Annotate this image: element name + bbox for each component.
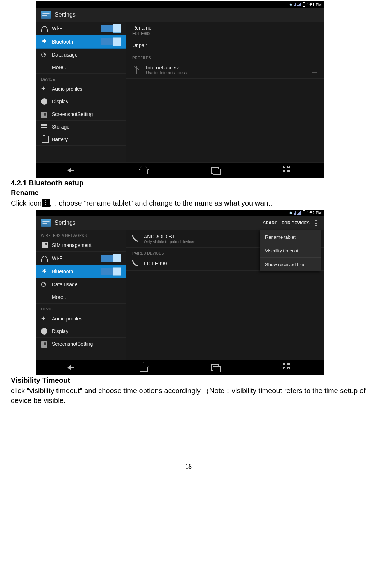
nav-bar — [36, 162, 324, 178]
status-bar-2: ✱ 1:52 PM — [36, 210, 324, 216]
phone-icon — [132, 235, 139, 242]
wifi-icon — [41, 255, 47, 261]
wifi-icon — [41, 25, 47, 32]
nav-screenshot-icon[interactable] — [283, 363, 292, 372]
display-icon — [41, 328, 47, 335]
sidebar-item-data-2[interactable]: Data usage — [36, 278, 126, 291]
context-unpair-row[interactable]: Unpair — [126, 39, 324, 52]
sidebar-item-display-2[interactable]: Display — [36, 325, 126, 338]
nav-bar-2 — [36, 360, 324, 375]
nav-recent-icon[interactable] — [211, 363, 221, 372]
display-label: Display — [52, 99, 68, 104]
rename-subheading: Rename — [11, 189, 366, 197]
battery-icon — [303, 3, 305, 7]
sidebar-item-storage[interactable]: Storage — [36, 121, 126, 133]
visibility-timeout-subheading: Visibility Timeout — [11, 376, 366, 385]
rename-label: Rename — [132, 25, 317, 31]
section-heading: 4.2.1 Bluetooth setup — [11, 179, 366, 187]
data-usage-icon — [41, 281, 47, 288]
sidebar-header-wireless: WIRELESS & NETWORKS — [36, 230, 126, 239]
blank-icon — [41, 294, 47, 300]
visibility-timeout-instruction: click "visibility timeout" and choose ti… — [11, 386, 366, 405]
nav-home-icon[interactable] — [139, 363, 149, 372]
bluetooth-label-2: Bluetooth — [52, 269, 73, 274]
sidebar-item-sim[interactable]: SIM management — [36, 239, 126, 252]
signal-bars-icon — [297, 211, 301, 215]
sidebar-item-audio-2[interactable]: Audio profiles — [36, 313, 126, 325]
storage-label: Storage — [52, 124, 69, 130]
sidebar-item-audio[interactable]: Audio profiles — [36, 83, 126, 95]
status-clock-2: 1:52 PM — [307, 211, 322, 215]
sidebar-item-bluetooth[interactable]: Bluetooth I — [36, 35, 126, 49]
nav-home-icon[interactable] — [139, 166, 149, 175]
bluetooth-device-context-panel: Rename FDT E999 Unpair PROFILES Internet… — [126, 22, 324, 162]
signal-bars-icon — [297, 3, 301, 6]
context-rename-row[interactable]: Rename FDT E999 — [126, 22, 324, 39]
nav-screenshot-icon[interactable] — [283, 166, 292, 175]
sidebar-item-more-2[interactable]: More... — [36, 291, 126, 304]
page-number: 18 — [11, 463, 366, 471]
overflow-menu-button[interactable] — [313, 220, 319, 226]
search-for-devices-button[interactable]: SEARCH FOR DEVICES — [263, 221, 310, 225]
sidebar-item-more[interactable]: More... — [36, 61, 126, 74]
sidebar-header-device-2: DEVICE — [36, 304, 126, 313]
bluetooth-profile-icon — [132, 66, 141, 74]
app-title-text: Settings — [55, 12, 76, 18]
popup-show-received[interactable]: Show received files — [260, 258, 321, 271]
battery-menu-icon — [42, 136, 49, 143]
sidebar-item-display[interactable]: Display — [36, 95, 126, 108]
nav-recent-icon[interactable] — [211, 166, 221, 175]
data-label-2: Data usage — [52, 282, 78, 287]
storage-icon — [41, 124, 47, 130]
wifi-toggle[interactable]: I — [101, 25, 121, 32]
wifi-label: Wi-Fi — [52, 26, 64, 31]
signal-tri-icon — [294, 3, 296, 6]
bluetooth-toggle[interactable]: I — [101, 38, 121, 45]
sidebar-item-wifi[interactable]: Wi-Fi I — [36, 22, 126, 35]
more-label: More... — [52, 64, 68, 70]
settings-sidebar: Wi-Fi I Bluetooth I Data usage More... D… — [36, 22, 126, 162]
sidebar-item-screenshot-2[interactable]: ScreenshotSetting — [36, 338, 126, 350]
battery-icon — [303, 211, 305, 215]
sidebar-item-wifi-2[interactable]: Wi-Fi I — [36, 252, 126, 265]
data-usage-label: Data usage — [52, 52, 78, 58]
sim-label: SIM management — [52, 242, 92, 248]
bluetooth-status-icon: ✱ — [289, 3, 292, 7]
sidebar-item-battery[interactable]: Battery — [36, 133, 126, 146]
unpair-label: Unpair — [132, 42, 147, 48]
profile-internet-access[interactable]: Internet access Use for Internet access — [126, 61, 324, 79]
wifi-toggle-2[interactable]: I — [101, 255, 121, 262]
popup-rename-tablet[interactable]: Rename tablet — [260, 230, 321, 244]
rename-sub: FDT E999 — [132, 31, 317, 36]
camera-icon — [41, 341, 47, 348]
app-title-bar: Settings — [36, 8, 324, 22]
bluetooth-toggle-2[interactable]: I — [101, 268, 121, 275]
nav-back-icon[interactable] — [67, 363, 77, 372]
settings-app-icon — [41, 219, 51, 227]
screenshot-bluetooth-context-menu: ✱ 1:51 PM Settings Wi-Fi I Bluetooth I — [36, 1, 324, 178]
battery-label: Battery — [52, 136, 68, 142]
internet-access-sub: Use for Internet access — [146, 71, 187, 75]
signal-tri-icon — [294, 211, 296, 215]
audio-icon — [41, 315, 47, 322]
sim-icon — [42, 242, 48, 248]
sidebar-item-data-usage[interactable]: Data usage — [36, 49, 126, 61]
data-usage-icon — [41, 51, 47, 58]
internet-access-checkbox[interactable] — [312, 67, 317, 73]
phone-icon — [132, 260, 139, 267]
screenshot-label: ScreenshotSetting — [52, 111, 93, 117]
this-device-sub: Only visible to paired devices — [144, 239, 195, 244]
app-title-bar-2: Settings SEARCH FOR DEVICES — [36, 216, 324, 230]
overflow-popup-menu: Rename tablet Visibility timeout Show re… — [260, 230, 321, 271]
popup-visibility-timeout[interactable]: Visibility timeout — [260, 244, 321, 258]
display-icon — [41, 98, 47, 105]
bluetooth-icon — [41, 268, 47, 275]
sidebar-item-bluetooth-2[interactable]: Bluetooth I — [36, 265, 126, 278]
this-device-name: ANDROID BT — [144, 234, 195, 239]
audio-label: Audio profiles — [52, 86, 82, 92]
settings-app-icon — [41, 11, 51, 19]
nav-back-icon[interactable] — [67, 166, 77, 175]
bluetooth-icon — [41, 39, 47, 45]
profiles-header: PROFILES — [126, 52, 324, 61]
sidebar-item-screenshot[interactable]: ScreenshotSetting — [36, 108, 126, 121]
